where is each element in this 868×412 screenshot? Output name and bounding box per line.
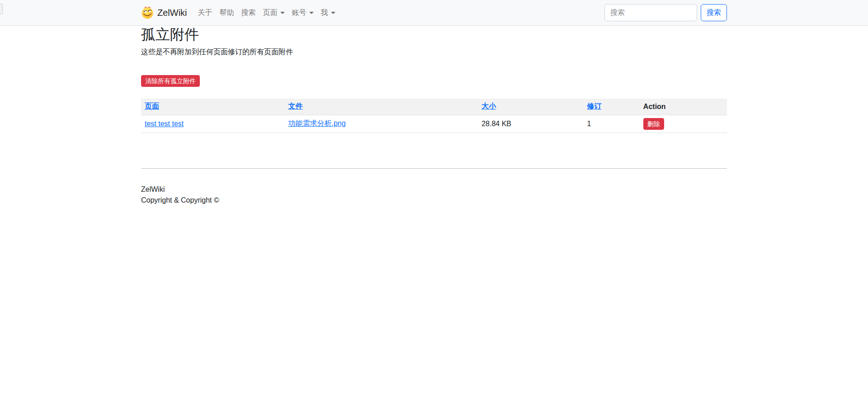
- nav-link-search[interactable]: 搜索: [238, 5, 259, 21]
- file-link[interactable]: 功能需求分析.png: [288, 119, 346, 127]
- navbar-search-form: 搜索: [604, 4, 727, 21]
- page-subtitle: 这些是不再附加到任何页面修订的所有页面附件: [141, 47, 727, 57]
- nav-dropdown-pages[interactable]: 页面: [259, 5, 288, 21]
- search-button[interactable]: 搜索: [701, 4, 727, 21]
- brand-link[interactable]: ZelWiki: [141, 6, 187, 19]
- delete-button[interactable]: 删除: [643, 118, 664, 130]
- chevron-down-icon: [280, 12, 285, 14]
- scrollbar-artifact: [0, 4, 3, 14]
- chevron-down-icon: [331, 12, 335, 14]
- brand-name: ZelWiki: [157, 8, 187, 18]
- table-row: test test test 功能需求分析.png 28.84 KB 1 删除: [141, 115, 727, 133]
- nav-link-about[interactable]: 关于: [194, 5, 216, 21]
- revision-cell: 1: [583, 115, 639, 133]
- orphaned-attachments-table: 页面 文件 大小 修订 Action test test test 功能需求分析…: [141, 99, 727, 133]
- page-link[interactable]: test test test: [145, 120, 184, 128]
- footer: ZelWiki Copyright & Copyright ©: [141, 169, 727, 206]
- main-content: 孤立附件 这些是不再附加到任何页面修订的所有页面附件 清除所有孤立附件 页面 文…: [136, 26, 732, 206]
- navbar: ZelWiki 关于 帮助 搜索 页面 账号 我 搜索: [0, 0, 868, 26]
- zelwiki-logo-icon: [141, 6, 154, 19]
- search-input[interactable]: [604, 4, 697, 21]
- size-cell: 28.84 KB: [478, 115, 583, 133]
- page-title: 孤立附件: [141, 26, 727, 43]
- footer-site-name: ZelWiki: [141, 184, 727, 195]
- nav-dropdown-me[interactable]: 我: [317, 5, 339, 21]
- table-header-row: 页面 文件 大小 修订 Action: [141, 99, 727, 115]
- sort-header-revision[interactable]: 修订: [587, 102, 601, 110]
- sort-header-file[interactable]: 文件: [288, 102, 303, 110]
- nav-dropdown-account[interactable]: 账号: [288, 5, 317, 21]
- purge-row: 清除所有孤立附件: [141, 75, 727, 87]
- sort-header-size[interactable]: 大小: [481, 102, 496, 110]
- sort-header-page[interactable]: 页面: [145, 102, 159, 110]
- footer-copyright: Copyright & Copyright ©: [141, 195, 727, 206]
- nav-link-help[interactable]: 帮助: [216, 5, 238, 21]
- main-nav: 关于 帮助 搜索 页面 账号 我: [194, 5, 339, 21]
- purge-all-orphaned-button[interactable]: 清除所有孤立附件: [141, 75, 200, 87]
- chevron-down-icon: [309, 12, 314, 14]
- action-header-label: Action: [643, 103, 666, 110]
